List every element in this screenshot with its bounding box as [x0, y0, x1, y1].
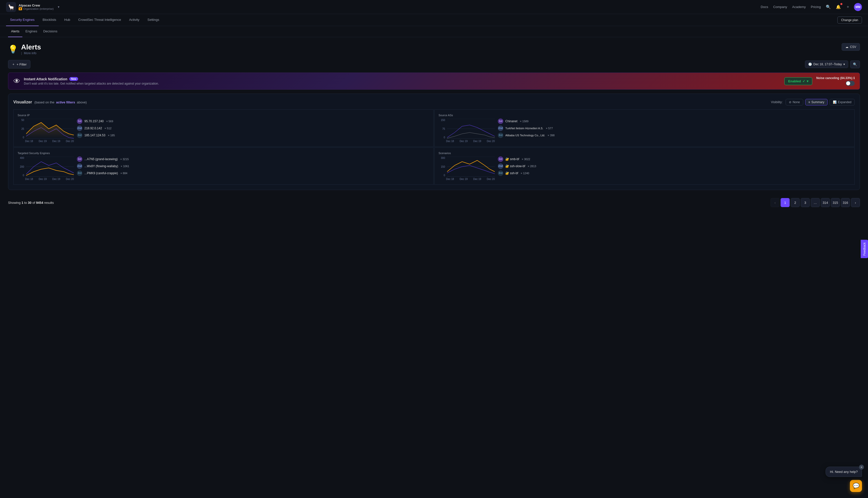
rank-badge-3: 3rd — [77, 132, 82, 138]
main-content: 💡 Alerts | More info ☁ CSV ＋ + Filter 🕐 … — [0, 37, 868, 216]
add-button[interactable]: ＋ — [845, 3, 851, 11]
mainnav-item-settings[interactable]: Settings — [143, 14, 163, 26]
list-item: 2nd 218.92.0.142 × 512 — [77, 126, 429, 131]
chart-svg-source-as — [447, 119, 495, 139]
pagination-page-1[interactable]: 1 — [781, 198, 790, 207]
noise-cancel-toggle[interactable] — [846, 81, 855, 86]
topbar-links: Docs Company Academy Pricing — [761, 5, 821, 9]
toggle-knob — [846, 81, 850, 86]
chart-x-scenarios: Dec 18 Dec 19 Dec 19 Dec 20 — [439, 178, 495, 181]
chat-open-button[interactable]: 💬 — [850, 480, 862, 492]
filter-button[interactable]: ＋ + Filter — [8, 60, 30, 68]
filter-bar: ＋ + Filter 🕐 Dec 18, 17:07–Today ▾ 🔍 — [8, 60, 860, 68]
list-item: 3rd Alibaba US Technology Co., Ltd. × 39… — [498, 132, 851, 138]
visualizer-header: Visualizer (based on the active filters … — [13, 99, 855, 105]
date-picker[interactable]: 🕐 Dec 18, 17:07–Today ▾ — [805, 61, 848, 68]
pagination-prev[interactable]: ‹ — [770, 198, 780, 207]
chart-title-scenarios: Scenarios — [439, 152, 495, 155]
topbar-icons: 🔍 🔔 ＋ MM — [825, 3, 862, 11]
subnav-alerts[interactable]: Alerts — [8, 26, 22, 37]
list-item: 3rd 185.147.124.53 × 185 — [77, 132, 429, 138]
notif-left: 👁 Instant Attack Notification New Don't … — [13, 77, 159, 86]
chart-svg-source-ip — [26, 119, 74, 139]
sub-navigation: Alerts Engines Decisions — [0, 26, 868, 37]
chat-bubble: Hi. Need any help? — [826, 467, 862, 477]
org-name: Alpacas Crew — [18, 3, 54, 7]
chart-svg-targeted — [26, 157, 74, 177]
filter-right: 🕐 Dec 18, 17:07–Today ▾ 🔍 — [805, 61, 860, 68]
cloud-icon: ☁ — [845, 45, 848, 49]
change-plan-button[interactable]: Change plan — [837, 16, 862, 24]
mainnav-item-blocklists[interactable]: Blocklists — [39, 14, 60, 26]
search-filter-button[interactable]: 🔍 — [850, 61, 860, 68]
noise-cancel-area: Noise canceling (84.33%) ℹ — [816, 76, 855, 86]
search-button[interactable]: 🔍 — [825, 3, 832, 10]
visibility-controls: Visibility: ⊘ None ≡ Summary 📊 Expanded — [771, 99, 855, 105]
chart-scenarios: Scenarios 300 150 0 — [434, 147, 855, 185]
pagination-page-316[interactable]: 316 — [841, 198, 850, 207]
org-chevron-icon[interactable]: ▾ — [58, 5, 60, 9]
chart-title-targeted-engines: Targeted Security Engines — [17, 152, 74, 155]
chart-area-targeted-engines: Targeted Security Engines 400 200 0 — [17, 152, 74, 181]
notif-description: Don't wait until it's too late. Get noti… — [24, 82, 159, 86]
company-link[interactable]: Company — [773, 5, 787, 9]
page-header: 💡 Alerts | More info ☁ CSV — [8, 43, 860, 55]
chart-items-scenarios: 1st 🔐 smb-bf × 3022 2nd 🔐 ssh-slow-bf × … — [498, 152, 851, 181]
clock-icon: 🕐 — [808, 63, 812, 66]
subnav-engines[interactable]: Engines — [22, 26, 40, 37]
org-logo-area[interactable]: 🦙 Alpacas Crew ★ Organization (enterpris… — [6, 2, 60, 12]
visibility-summary-button[interactable]: ≡ Summary — [805, 99, 828, 105]
rank-badge-1: 1st — [498, 118, 503, 124]
pagination-next[interactable]: › — [851, 198, 860, 207]
visibility-none-button[interactable]: ⊘ None — [786, 99, 803, 105]
mainnav-items: Security Engines Blocklists Hub CrowdSec… — [6, 14, 837, 26]
chart-source-as: Source ASs 150 75 0 — [434, 109, 855, 147]
visibility-label: Visibility: — [771, 101, 782, 104]
academy-link[interactable]: Academy — [792, 5, 806, 9]
user-avatar[interactable]: MM — [854, 3, 862, 11]
pagination-page-315[interactable]: 315 — [831, 198, 840, 207]
visibility-expanded-button[interactable]: 📊 Expanded — [830, 99, 855, 105]
list-item: 2nd TurkNet Iletisim Hizmetleri A.S. × 5… — [498, 126, 851, 131]
rank-badge-2: 2nd — [498, 126, 503, 131]
pagination-page-2[interactable]: 2 — [791, 198, 800, 207]
more-info-link[interactable]: More info — [24, 51, 36, 55]
pagination-page-314[interactable]: 314 — [821, 198, 830, 207]
subnav-decisions[interactable]: Decisions — [40, 26, 60, 37]
more-info-area: | More info — [21, 51, 41, 55]
chart-area-source-ip: Source IP 50 25 0 — [17, 114, 74, 143]
mainnav-item-security-engines[interactable]: Security Engines — [6, 14, 39, 26]
csv-button[interactable]: ☁ CSV — [842, 43, 860, 51]
chart-items-source-ip: 1st 95.70.157.240 × 569 2nd 218.92.0.142… — [77, 114, 429, 143]
docs-link[interactable]: Docs — [761, 5, 768, 9]
new-badge: New — [69, 77, 78, 81]
feedback-tab[interactable]: Feedback — [861, 240, 868, 258]
chat-close-button[interactable]: ✕ — [859, 464, 864, 470]
page-title: Alerts — [21, 43, 41, 51]
mainnav-item-hub[interactable]: Hub — [60, 14, 74, 26]
pagination-info: Showing 1 to 30 of 9454 results — [8, 201, 54, 205]
rank-badge-2: 2nd — [498, 163, 503, 169]
pricing-link[interactable]: Pricing — [811, 5, 821, 9]
mainnav-item-crowdsec-ti[interactable]: CrowdSec Threat Intelligence — [74, 14, 125, 26]
visualizer-panel: Visualizer (based on the active filters … — [8, 94, 860, 190]
list-item: 1st 95.70.157.240 × 569 — [77, 118, 429, 124]
chart-y-axis-targeted: 400 200 0 — [17, 157, 25, 177]
page-title-area: 💡 Alerts | More info — [8, 43, 41, 55]
noise-cancel-label: Noise canceling (84.33%) ℹ — [816, 76, 855, 80]
chevron-down-icon: ▾ — [843, 63, 845, 66]
pagination-bar: Showing 1 to 30 of 9454 results ‹ 1 2 3 … — [8, 195, 860, 210]
notification-button[interactable]: 🔔 — [835, 3, 842, 10]
enabled-button[interactable]: Enabled ✓ ▾ — [785, 77, 812, 85]
rank-badge-2: 2nd — [77, 163, 82, 169]
pagination-ellipsis: … — [811, 198, 820, 207]
alerts-icon: 💡 — [8, 44, 18, 54]
info-icon[interactable]: ℹ — [853, 76, 855, 80]
feedback-tab-wrapper: Feedback — [861, 240, 868, 258]
plus-icon: ＋ — [12, 62, 15, 66]
chart-y-axis-source-ip: 50 25 0 — [17, 119, 25, 139]
mainnav-item-activity[interactable]: Activity — [125, 14, 143, 26]
pagination-page-3[interactable]: 3 — [801, 198, 810, 207]
visualizer-title: Visualizer (based on the active filters … — [13, 100, 87, 104]
list-item: 1st ...A7N5 (grand-lacewing) × 3215 — [77, 156, 429, 162]
